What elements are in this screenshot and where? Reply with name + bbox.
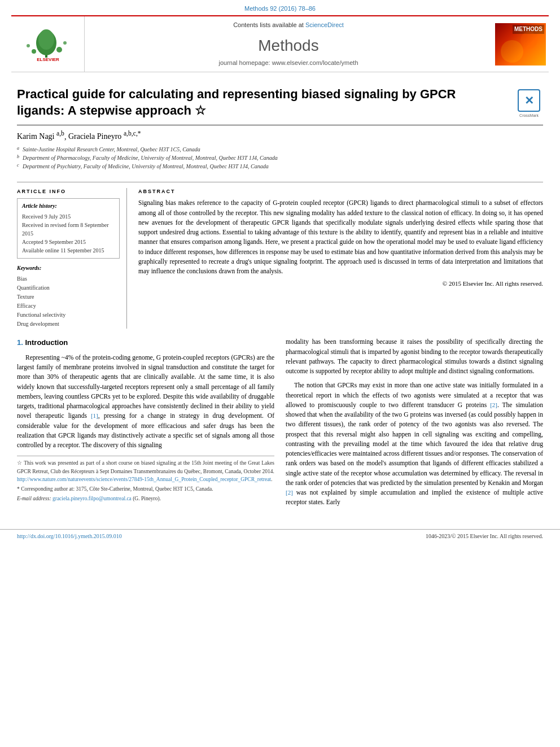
homepage-text: journal homepage: www.elsevier.com/locat… [218, 59, 358, 66]
affiliation-c-letter: c [17, 162, 21, 169]
intro-number: 1. [17, 338, 25, 347]
crossmark-icon: ✕ [518, 89, 540, 112]
journal-title: Methods [96, 34, 481, 56]
footnote-email: E-mail address: graciela.pineyro.filpo@u… [17, 495, 274, 503]
article-info-column: ARTICLE INFO Article history: Received 9… [17, 188, 127, 329]
intro-para-1: Representing ~4% of the protein-coding g… [17, 353, 274, 451]
svg-point-7 [63, 41, 67, 45]
keywords-section: Keywords: Bias Quantification Texture Ef… [17, 264, 120, 329]
abstract-text: Signaling bias makes reference to the ca… [138, 198, 543, 276]
history-accepted: Accepted 9 September 2015 [22, 238, 115, 246]
svg-point-4 [32, 49, 36, 54]
body-col-left: 1. Introduction Representing ~4% of the … [17, 337, 274, 512]
keywords-title: Keywords: [17, 264, 120, 272]
body-para-col2-2: The notion that GPCRs may exist in more … [286, 381, 543, 507]
keyword-drug-development: Drug development [17, 320, 120, 329]
affiliation-c-text: Department of Psychiatry, Faculty of Med… [23, 162, 269, 171]
body-col-right: modality has been transforming because i… [286, 337, 543, 512]
page-footer: http://dx.doi.org/10.1016/j.ymeth.2015.0… [0, 529, 560, 543]
journal-homepage: journal homepage: www.elsevier.com/locat… [96, 59, 481, 67]
footnote-url[interactable]: http://www.nature.com/natureevents/scien… [17, 477, 271, 482]
email-link[interactable]: graciela.pineyro.filpo@umontreal.ca [53, 496, 132, 501]
svg-point-5 [56, 47, 62, 53]
sciencedirect-link[interactable]: ScienceDirect [305, 21, 344, 28]
volume-info: Methods 92 (2016) 78–86 [0, 0, 560, 15]
history-available: Available online 11 September 2015 [22, 246, 115, 255]
history-title: Article history: [22, 202, 115, 210]
article-info-abstract: ARTICLE INFO Article history: Received 9… [17, 182, 543, 329]
sciencedirect-prefix: Contents lists available at [233, 21, 304, 28]
sciencedirect-line: Contents lists available at ScienceDirec… [96, 21, 481, 29]
affiliation-c: c Department of Psychiatry, Faculty of M… [17, 162, 543, 171]
intro-title-text: Introduction [25, 338, 68, 347]
elsevier-logo-svg: ELSEVIER [17, 26, 79, 63]
affiliations: a Sainte-Justine Hospital Research Cente… [17, 145, 543, 171]
svg-point-10 [520, 32, 537, 49]
abstract-header: ABSTRACT [138, 188, 543, 195]
authors-line: Karim Nagi a,b, Graciela Pineyro a,b,c,* [17, 130, 543, 142]
author-karim-sup: a,b [56, 130, 64, 138]
article-history-box: Article history: Received 9 July 2015 Re… [17, 198, 120, 259]
affiliation-b: b Department of Pharmacology, Faculty of… [17, 154, 543, 162]
methods-cover-area: METHODS [492, 16, 549, 72]
article-content: Practical guide for calculating and repr… [0, 72, 560, 523]
crossmark-badge[interactable]: ✕ CrossMark [515, 86, 543, 119]
ref-2a: [2] [490, 401, 497, 408]
footer-doi: http://dx.doi.org/10.1016/j.ymeth.2015.0… [17, 532, 122, 540]
history-revised: Received in revised form 8 September 201… [22, 221, 115, 238]
author-karim: Karim Nagi a,b [17, 132, 64, 141]
history-received: Received 9 July 2015 [22, 212, 115, 221]
crossmark-label: CrossMark [519, 113, 539, 119]
affiliation-a-letter: a [17, 145, 21, 152]
keyword-efficacy: Efficacy [17, 302, 120, 311]
volume-info-text: Methods 92 (2016) 78–86 [244, 5, 316, 12]
footer-issn: 1046-2023/© 2015 Elsevier Inc. All right… [426, 532, 543, 540]
affiliation-a-text: Sainte-Justine Hospital Research Center,… [23, 145, 200, 154]
article-title-section: Practical guide for calculating and repr… [17, 78, 543, 125]
journal-header-bar: ELSEVIER Contents lists available at Sci… [11, 15, 549, 72]
journal-header-center: Contents lists available at ScienceDirec… [85, 16, 492, 72]
keyword-bias: Bias [17, 274, 120, 283]
author-graciela: Graciela Pineyro a,b,c,* [68, 132, 141, 141]
methods-cover-decoration [495, 23, 546, 65]
svg-point-3 [38, 29, 54, 50]
footnote-2: * Corresponding author at: 3175, Côte St… [17, 485, 274, 493]
affiliation-a: a Sainte-Justine Hospital Research Cente… [17, 145, 543, 154]
copyright-text: © 2015 Elsevier Inc. All rights reserved… [138, 279, 543, 288]
footnote-section: ☆ This work was presented as part of a s… [17, 456, 274, 503]
body-para-col2-1: modality has been transforming because i… [286, 337, 543, 376]
affiliation-b-text: Department of Pharmacology, Faculty of M… [23, 154, 278, 162]
keyword-quantification: Quantification [17, 283, 120, 292]
methods-cover-image: METHODS [495, 23, 546, 65]
article-info-header: ARTICLE INFO [17, 188, 120, 195]
footnote-1: ☆ This work was presented as part of a s… [17, 459, 274, 483]
keyword-texture: Texture [17, 292, 120, 302]
crossmark-x-symbol: ✕ [524, 93, 534, 108]
body-section: 1. Introduction Representing ~4% of the … [17, 337, 543, 512]
author-graciela-sup: a,b,c,* [124, 130, 141, 138]
intro-title: 1. Introduction [17, 337, 274, 348]
doi-link[interactable]: http://dx.doi.org/10.1016/j.ymeth.2015.0… [17, 533, 122, 539]
svg-text:ELSEVIER: ELSEVIER [37, 57, 59, 62]
article-title: Practical guide for calculating and repr… [17, 86, 515, 119]
svg-point-9 [501, 40, 523, 63]
keyword-functional-selectivity: Functional selectivity [17, 311, 120, 320]
elsevier-logo-area: ELSEVIER [11, 16, 85, 72]
abstract-column: ABSTRACT Signaling bias makes reference … [138, 188, 543, 329]
ref-1: [1] [91, 412, 98, 419]
ref-2b: [2] [286, 489, 293, 496]
email-label: E-mail address: [17, 496, 51, 501]
authors-section: Karim Nagi a,b, Graciela Pineyro a,b,c,*… [17, 125, 543, 175]
affiliation-b-letter: b [17, 154, 21, 160]
svg-point-6 [27, 44, 30, 47]
